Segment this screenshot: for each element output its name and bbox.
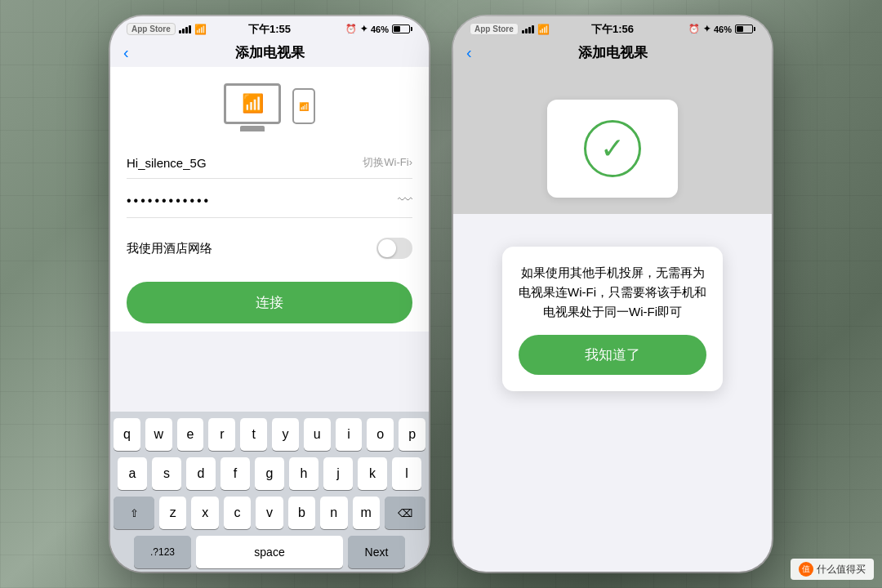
key-e[interactable]: e — [177, 418, 204, 451]
key-p[interactable]: p — [399, 418, 425, 451]
signal-bar — [179, 30, 181, 33]
tv-wifi-icon: 📶 📶 — [224, 83, 315, 131]
wifi-row: Hi_silence_5G 切换Wi-Fi› — [127, 147, 412, 179]
battery-icon-1 — [392, 24, 412, 33]
keyboard-row-bottom: .?123 space Next — [114, 536, 425, 568]
hotel-toggle[interactable] — [376, 238, 412, 259]
status-right-2: ⏰ ✦ 46% — [688, 24, 755, 34]
popup-text: 如果使用其他手机投屏，无需再为电视果连Wi-Fi，只需要将该手机和电视果处于同一… — [519, 263, 706, 322]
key-k[interactable]: k — [358, 457, 387, 490]
key-d[interactable]: d — [186, 457, 216, 490]
status-bar-1: App Store 📶 下午1:55 ⏰ ✦ 46% — [110, 16, 429, 38]
key-g[interactable]: g — [255, 457, 284, 490]
signal-bar — [525, 29, 528, 33]
delete-key[interactable]: ⌫ — [385, 497, 425, 529]
key-x[interactable]: x — [191, 497, 218, 529]
key-u[interactable]: u — [304, 418, 331, 451]
keyboard: q w e r t y u i o p a s d f g h j k — [110, 412, 429, 572]
confirm-button[interactable]: 我知道了 — [519, 335, 706, 375]
key-f[interactable]: f — [220, 457, 250, 490]
success-card: ✓ — [547, 100, 678, 198]
key-y[interactable]: y — [272, 418, 299, 451]
battery-tip-2 — [754, 27, 755, 31]
battery-body-2 — [735, 24, 753, 33]
signal-bar — [528, 27, 531, 33]
switch-wifi-link[interactable]: 切换Wi-Fi› — [363, 155, 412, 170]
key-l[interactable]: l — [392, 457, 421, 490]
phone-small-icon: 📶 — [292, 88, 315, 124]
phone-small-wifi-icon: 📶 — [299, 102, 309, 111]
keyboard-row-2: a s d f g h j k l — [114, 457, 425, 490]
key-q[interactable]: q — [114, 418, 140, 451]
phone2-content: ✓ 如果使用其他手机投屏，无需再为电视果连Wi-Fi，只需要将该手机和电视果处于… — [453, 67, 772, 214]
alarm-icon-2: ⏰ — [688, 24, 700, 34]
status-left-1: App Store 📶 — [127, 23, 207, 35]
signal-bar — [532, 25, 534, 33]
wifi-name-label: Hi_silence_5G — [127, 156, 207, 170]
app-store-badge-2: App Store — [470, 23, 519, 35]
hotel-row: 我使用酒店网络 — [127, 231, 412, 265]
status-right-1: ⏰ ✦ 46% — [345, 24, 412, 34]
key-m[interactable]: m — [353, 497, 380, 529]
space-key[interactable]: space — [196, 536, 343, 568]
password-input[interactable]: •••••••••••• — [127, 194, 211, 208]
key-r[interactable]: r — [208, 418, 235, 451]
page-title-2: 添加电视果 — [578, 43, 648, 62]
battery-fill-2 — [737, 26, 743, 32]
phone1-content: 📶 📶 Hi_silence_5G 切换Wi-Fi› ••••••••••• — [110, 67, 429, 332]
key-a[interactable]: a — [118, 457, 147, 490]
next-key[interactable]: Next — [348, 536, 405, 568]
status-left-2: App Store 📶 — [470, 23, 550, 35]
connect-button[interactable]: 连接 — [127, 282, 412, 323]
eye-icon[interactable]: 〰 — [398, 192, 412, 209]
keyboard-row-3: ⇧ z x c v b n m ⌫ — [114, 497, 425, 529]
checkmark-circle: ✓ — [584, 120, 641, 177]
phone2: App Store 📶 下午1:56 ⏰ ✦ 46% — [453, 16, 772, 572]
phones-container: App Store 📶 下午1:55 ⏰ ✦ 46% — [0, 0, 882, 588]
key-n[interactable]: n — [320, 497, 347, 529]
wifi-illustration: 📶 📶 — [110, 67, 429, 139]
battery-body-1 — [392, 24, 410, 33]
battery-icon-2 — [735, 24, 755, 33]
password-row: •••••••••••• 〰 — [127, 184, 412, 218]
keyboard-row-1: q w e r t y u i o p — [114, 418, 425, 451]
page-title-1: 添加电视果 — [235, 43, 305, 62]
key-z[interactable]: z — [159, 497, 186, 529]
key-c[interactable]: c — [224, 497, 251, 529]
back-button-2[interactable]: ‹ — [466, 43, 472, 62]
numbers-key[interactable]: .?123 — [134, 536, 191, 568]
info-popup: 如果使用其他手机投屏，无需再为电视果连Wi-Fi，只需要将该手机和电视果处于同一… — [502, 247, 723, 391]
key-v[interactable]: v — [256, 497, 283, 529]
phone1: App Store 📶 下午1:55 ⏰ ✦ 46% — [110, 16, 429, 572]
tv-box-icon: 📶 — [224, 83, 281, 124]
shift-key[interactable]: ⇧ — [114, 497, 154, 529]
watermark-text: 什么值得买 — [817, 563, 866, 577]
tv-wifi-signal-icon: 📶 — [242, 93, 264, 114]
status-bar-2: App Store 📶 下午1:56 ⏰ ✦ 46% — [453, 16, 772, 38]
key-i[interactable]: i — [336, 418, 363, 451]
watermark: 值 什么值得买 — [791, 559, 874, 580]
bluetooth-icon-2: ✦ — [703, 24, 710, 34]
wifi-signal-1: 📶 — [194, 24, 207, 35]
key-s[interactable]: s — [152, 457, 181, 490]
key-j[interactable]: j — [323, 457, 353, 490]
key-w[interactable]: w — [145, 418, 172, 451]
back-button-1[interactable]: ‹ — [123, 43, 129, 62]
bluetooth-icon-1: ✦ — [360, 24, 368, 34]
signal-bars-2 — [522, 25, 534, 33]
battery-percent-2: 46% — [714, 24, 732, 34]
signal-bar — [189, 25, 191, 33]
signal-bar — [182, 29, 185, 33]
watermark-logo: 值 — [799, 562, 813, 577]
key-o[interactable]: o — [367, 418, 394, 451]
key-t[interactable]: t — [240, 418, 267, 451]
form-area: Hi_silence_5G 切换Wi-Fi› •••••••••••• 〰 我使… — [110, 139, 429, 332]
status-time-2: 下午1:56 — [591, 22, 634, 37]
key-h[interactable]: h — [289, 457, 318, 490]
wifi-signal-2: 📶 — [537, 24, 550, 35]
nav-bar-1: ‹ 添加电视果 — [110, 38, 429, 67]
key-b[interactable]: b — [288, 497, 315, 529]
status-time-1: 下午1:55 — [248, 22, 291, 37]
signal-bar — [522, 30, 524, 33]
signal-bars-1 — [179, 25, 191, 33]
